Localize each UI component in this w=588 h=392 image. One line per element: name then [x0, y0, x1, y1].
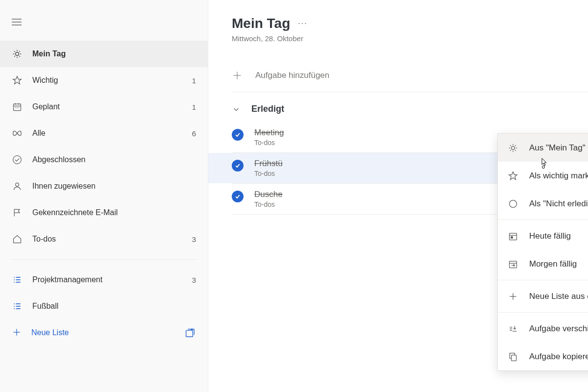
svg-line-51 — [510, 150, 511, 151]
svg-rect-57 — [511, 236, 513, 238]
sidebar-item-label: Gekennzeichnete E-Mail — [32, 208, 196, 217]
sidebar-item-completed[interactable]: Abgeschlossen — [0, 147, 208, 173]
ctx-label: Aufgabe kopieren in… — [529, 352, 588, 362]
copy-icon — [508, 351, 518, 362]
ctx-remove-from-day[interactable]: Aus "Mein Tag" entfernen — [498, 134, 588, 162]
svg-marker-12 — [13, 76, 22, 84]
calendar-today-icon — [508, 231, 518, 242]
check-circle-icon — [12, 154, 23, 165]
ctx-copy-to[interactable]: Aufgabe kopieren in… — [498, 343, 588, 370]
completed-section-toggle[interactable]: Erledigt — [208, 104, 588, 114]
home-icon — [12, 234, 23, 245]
svg-point-20 — [13, 156, 22, 164]
ctx-label: Als "Nicht erledigt" markieren — [529, 199, 588, 209]
divider — [498, 312, 588, 313]
ctx-create-list[interactable]: Neue Liste aus dieser Aufgabe erste… — [498, 282, 588, 310]
sidebar-item-todos[interactable]: To-dos 3 — [0, 226, 208, 252]
sidebar-item-my-day[interactable]: Mein Tag — [0, 41, 208, 67]
chevron-down-icon — [232, 105, 241, 114]
ctx-label: Morgen fällig — [529, 259, 588, 269]
checkmark-icon — [235, 163, 241, 169]
section-title: Erledigt — [251, 104, 284, 114]
main-content: Mein Tag ··· Mittwoch, 28. Oktober Aufga… — [208, 0, 588, 392]
checkmark-icon — [235, 132, 241, 138]
move-icon — [508, 323, 518, 334]
svg-line-9 — [19, 56, 20, 57]
ctx-label: Aus "Mein Tag" entfernen — [529, 143, 588, 153]
sidebar-item-important[interactable]: Wichtig 1 — [0, 67, 208, 94]
sidebar-item-all[interactable]: Alle 6 — [0, 120, 208, 147]
person-icon — [12, 181, 23, 192]
list-options-button[interactable]: ··· — [298, 19, 307, 28]
star-icon — [508, 171, 518, 181]
divider — [10, 259, 198, 260]
page-title: Mein Tag — [232, 16, 290, 31]
sidebar-item-label: Abgeschlossen — [32, 155, 196, 164]
sidebar-item-planned[interactable]: Geplant 1 — [0, 94, 208, 120]
sun-remove-icon — [508, 143, 518, 153]
ctx-mark-incomplete[interactable]: Als "Nicht erledigt" markieren — [498, 190, 588, 218]
sidebar-item-count: 6 — [192, 129, 196, 138]
list-icon — [12, 274, 23, 285]
plus-icon — [232, 70, 243, 81]
sidebar-item-assigned[interactable]: Ihnen zugewiesen — [0, 173, 208, 199]
svg-line-8 — [14, 51, 15, 52]
calendar-icon — [12, 101, 23, 112]
page-header: Mein Tag ··· Mittwoch, 28. Oktober — [208, 16, 588, 43]
sidebar-item-flagged-mail[interactable]: Gekennzeichnete E-Mail — [0, 199, 208, 226]
hamburger-icon — [12, 19, 22, 25]
star-icon — [12, 75, 23, 86]
svg-point-44 — [512, 146, 515, 149]
svg-line-11 — [19, 51, 20, 52]
sidebar-item-label: Wichtig — [32, 76, 182, 85]
task-checkbox[interactable] — [232, 129, 244, 141]
ctx-due-tomorrow[interactable]: Morgen fällig — [498, 250, 588, 278]
sidebar-item-label: Fußball — [32, 302, 196, 311]
svg-marker-53 — [509, 172, 517, 179]
list-icon — [12, 301, 23, 312]
circle-icon — [508, 198, 518, 209]
svg-rect-68 — [512, 355, 516, 361]
ctx-label: Heute fällig — [529, 231, 588, 241]
svg-rect-58 — [510, 261, 517, 268]
svg-point-54 — [510, 200, 517, 207]
divider — [498, 220, 588, 220]
ctx-due-today[interactable]: Heute fällig — [498, 222, 588, 250]
ctx-label: Aufgabe verschieben in… — [529, 324, 588, 334]
add-task-input[interactable]: Aufgabe hinzufügen — [208, 62, 588, 89]
sidebar-item-label: Geplant — [32, 102, 182, 111]
sun-icon — [12, 49, 23, 59]
svg-point-3 — [16, 52, 19, 56]
checkmark-icon — [235, 194, 241, 199]
ctx-mark-important[interactable]: Als wichtig markieren — [498, 162, 588, 190]
menu-toggle-button[interactable] — [0, 16, 208, 30]
task-checkbox[interactable] — [232, 160, 244, 172]
svg-rect-55 — [510, 233, 517, 240]
task-checkbox[interactable] — [232, 191, 244, 202]
svg-rect-37 — [186, 330, 193, 337]
sidebar-item-count: 1 — [192, 76, 196, 85]
sidebar-custom-list[interactable]: Projektmanagement 3 — [0, 267, 208, 293]
svg-rect-13 — [14, 104, 21, 110]
ctx-label: Als wichtig markieren — [529, 171, 588, 181]
new-list-button[interactable]: Neue Liste — [0, 319, 208, 346]
svg-line-10 — [14, 56, 15, 57]
sidebar-custom-list[interactable]: Fußball — [0, 293, 208, 319]
sidebar-item-label: Mein Tag — [32, 49, 196, 58]
sidebar-item-count: 3 — [192, 235, 196, 244]
svg-line-50 — [515, 150, 516, 151]
svg-point-21 — [16, 183, 19, 186]
new-group-button[interactable] — [183, 326, 196, 339]
sidebar-item-count: 3 — [192, 276, 196, 284]
divider — [232, 92, 588, 92]
sidebar-item-label: Projektmanagement — [32, 275, 182, 284]
svg-line-49 — [510, 145, 511, 146]
calendar-arrow-icon — [508, 259, 518, 270]
sidebar-item-label: To-dos — [32, 235, 182, 244]
ctx-move-to[interactable]: Aufgabe verschieben in… — [498, 315, 588, 343]
sidebar-item-label: Ihnen zugewiesen — [32, 182, 196, 191]
plus-icon — [12, 327, 22, 339]
sidebar-item-count: 1 — [192, 103, 196, 111]
infinity-icon — [12, 128, 23, 139]
context-menu: Aus "Mein Tag" entfernen Als wichtig mar… — [497, 133, 588, 371]
